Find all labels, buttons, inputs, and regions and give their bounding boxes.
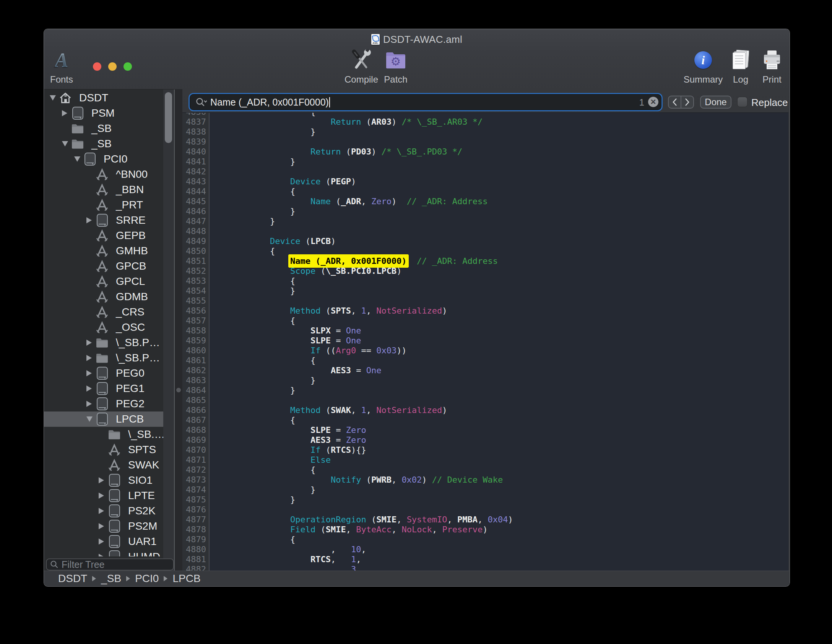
- sidebar-item-crs[interactable]: _CRS: [44, 304, 163, 320]
- code-line[interactable]: SLPX = One: [229, 326, 361, 336]
- log-button[interactable]: Log: [727, 49, 754, 85]
- code-line[interactable]: }: [229, 207, 295, 216]
- minimize-button[interactable]: [108, 62, 117, 71]
- sidebar-item-humd[interactable]: HUMD: [44, 549, 163, 556]
- code-line[interactable]: {: [229, 415, 295, 425]
- code-line[interactable]: {: [229, 465, 315, 475]
- close-button[interactable]: [93, 62, 101, 71]
- code-line[interactable]: {: [229, 187, 295, 197]
- code-line[interactable]: }: [229, 376, 315, 385]
- filter-tree-input[interactable]: Filter Tree: [47, 559, 173, 570]
- sidebar-item-gdmb[interactable]: GDMB: [44, 289, 163, 304]
- code-line[interactable]: Device (PEGP): [229, 177, 356, 187]
- code-line[interactable]: Scope (\_SB.PCI0.LPCB): [229, 266, 401, 276]
- disclosure-right-icon[interactable]: [99, 538, 104, 545]
- sidebar-item-bbn[interactable]: _BBN: [44, 182, 163, 197]
- code-line[interactable]: , 3: [229, 564, 356, 571]
- sidebar-item-sb[interactable]: \_SB.…: [44, 427, 163, 442]
- sidebar-item-peg1[interactable]: PEG1: [44, 381, 163, 396]
- code-line[interactable]: Name (_ADR, Zero) // _ADR: Address: [229, 197, 488, 207]
- code-line[interactable]: }: [229, 485, 315, 495]
- sidebar-item-ps2m[interactable]: PS2M: [44, 519, 163, 534]
- breadcrumb-item-dsdt[interactable]: DSDT: [58, 572, 87, 585]
- code-line[interactable]: }: [229, 286, 295, 296]
- zoom-button[interactable]: [123, 62, 132, 71]
- code-line[interactable]: Return (AR03) /* \_SB_.AR03 */: [229, 117, 483, 127]
- patch-button[interactable]: ⚙ Patch: [381, 49, 410, 85]
- print-button[interactable]: Print: [757, 49, 786, 85]
- clear-search-icon[interactable]: ✕: [648, 97, 658, 107]
- sidebar-item-sb[interactable]: _SB: [44, 136, 163, 151]
- code-line[interactable]: SLPE = One: [229, 336, 361, 346]
- sidebar-item-gepb[interactable]: GEPB: [44, 228, 163, 243]
- summary-button[interactable]: i Summary: [686, 49, 721, 85]
- code-line[interactable]: SLPE = Zero: [229, 425, 366, 435]
- sidebar-item-spts[interactable]: SPTS: [44, 442, 163, 457]
- sidebar-item-uar1[interactable]: UAR1: [44, 534, 163, 549]
- sidebar-item-sbp[interactable]: \_SB.P…: [44, 350, 163, 366]
- code-line[interactable]: }: [229, 385, 295, 395]
- sidebar-item-lpte[interactable]: LPTE: [44, 488, 163, 503]
- code-line[interactable]: {: [229, 316, 295, 326]
- disclosure-right-icon[interactable]: [99, 477, 104, 483]
- disclosure-right-icon[interactable]: [86, 370, 92, 376]
- sidebar-item-osc[interactable]: _OSC: [44, 320, 163, 335]
- code-line[interactable]: {: [229, 535, 295, 545]
- code-line[interactable]: Name (_ADR, 0x001F0000) // _ADR: Address: [229, 256, 498, 266]
- sidebar-item-peg2[interactable]: PEG2: [44, 396, 163, 411]
- sidebar-item-sbp[interactable]: \_SB.P…: [44, 335, 163, 350]
- code-line[interactable]: RTCS, 1,: [229, 555, 361, 564]
- search-icon[interactable]: [195, 97, 207, 107]
- disclosure-right-icon[interactable]: [99, 493, 104, 499]
- find-next-button[interactable]: [681, 96, 693, 108]
- sidebar-item-psm[interactable]: PSM: [44, 106, 163, 121]
- sidebar-item-sio1[interactable]: SIO1: [44, 473, 163, 488]
- sidebar-item-gpcb[interactable]: GPCB: [44, 259, 163, 274]
- disclosure-right-icon[interactable]: [99, 508, 104, 514]
- sidebar-item-sb[interactable]: _SB: [44, 121, 163, 136]
- pane-splitter[interactable]: [175, 89, 182, 571]
- replace-checkbox[interactable]: [738, 97, 747, 107]
- disclosure-right-icon[interactable]: [62, 110, 67, 116]
- code-content[interactable]: { Return (AR03) /* \_SB_.AR03 */ } Retur…: [229, 113, 788, 571]
- breadcrumb-item-sb[interactable]: _SB: [101, 572, 121, 585]
- sidebar-item-swak[interactable]: SWAK: [44, 457, 163, 473]
- code-line[interactable]: }: [229, 127, 315, 137]
- sidebar-item-bn00[interactable]: ^BN00: [44, 167, 163, 182]
- disclosure-down-icon[interactable]: [50, 95, 56, 101]
- find-previous-button[interactable]: [669, 96, 681, 108]
- disclosure-right-icon[interactable]: [86, 385, 92, 392]
- code-line[interactable]: Method (SWAK, 1, NotSerialized): [229, 405, 447, 415]
- sidebar-item-dsdt[interactable]: DSDT: [44, 90, 163, 106]
- disclosure-down-icon[interactable]: [74, 156, 80, 162]
- sidebar-item-ps2k[interactable]: PS2K: [44, 503, 163, 519]
- code-line[interactable]: {: [229, 276, 295, 286]
- code-line[interactable]: Device (LPCB): [229, 236, 336, 246]
- search-input[interactable]: Name (_ADR, 0x001F0000): [190, 94, 661, 110]
- splitter-handle-icon[interactable]: [176, 388, 181, 392]
- code-line[interactable]: Return (PD03) /* \_SB_.PD03 */: [229, 147, 462, 157]
- code-line[interactable]: OperationRegion (SMIE, SystemIO, PMBA, 0…: [229, 515, 513, 525]
- sidebar-item-srre[interactable]: SRRE: [44, 213, 163, 228]
- code-line[interactable]: AES3 = One: [229, 366, 381, 376]
- code-line[interactable]: Method (SPTS, 1, NotSerialized): [229, 306, 447, 316]
- breadcrumb-item-lpcb[interactable]: LPCB: [172, 572, 200, 585]
- code-line[interactable]: If ((Arg0 == 0x03)): [229, 346, 407, 356]
- disclosure-right-icon[interactable]: [99, 523, 104, 529]
- code-line[interactable]: }: [229, 216, 275, 226]
- breadcrumb-item-pci0[interactable]: PCI0: [135, 572, 159, 585]
- code-line[interactable]: }: [229, 495, 295, 505]
- code-line[interactable]: Else: [229, 455, 331, 465]
- fonts-button[interactable]: A Fonts: [46, 49, 77, 85]
- disclosure-down-icon[interactable]: [86, 416, 93, 422]
- sidebar-item-pci0[interactable]: PCI0: [44, 151, 163, 167]
- code-line[interactable]: Field (SMIE, ByteAcc, NoLock, Preserve): [229, 525, 488, 535]
- sidebar-item-prt[interactable]: _PRT: [44, 197, 163, 213]
- compile-button[interactable]: Compile: [346, 49, 377, 85]
- code-line[interactable]: {: [229, 246, 275, 256]
- code-line[interactable]: {: [229, 356, 315, 366]
- sidebar-item-gmhb[interactable]: GMHB: [44, 243, 163, 259]
- code-line[interactable]: Notify (PWRB, 0x02) // Device Wake: [229, 475, 503, 485]
- disclosure-right-icon[interactable]: [86, 355, 92, 361]
- code-line[interactable]: If (RTCS){}: [229, 445, 366, 455]
